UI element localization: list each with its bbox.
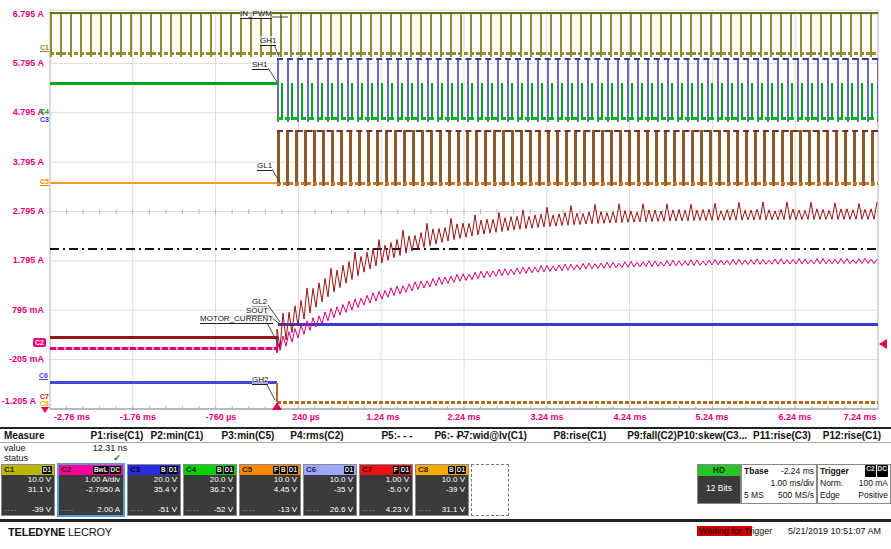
channel-box-c8[interactable]: C8BD1 10.0 V -39 V ----31.1 V [415,464,469,516]
channel-offset: -52 V [214,505,236,514]
current-ramp-traces [0,0,891,427]
trigger-level-marker-icon[interactable] [879,339,887,349]
badge-d1: D1 [168,466,178,474]
measure-status-row-label: status [4,453,28,463]
channel-value: -39 V [416,485,468,495]
empty-channel-slot[interactable] [471,464,509,516]
channel-box-c7[interactable]: C7FD1 1.00 V -5.0 V ----4.23 V [359,464,413,516]
measure-table: Measure P1:rise(C1) P2:min(C1) P3:min(C5… [0,427,891,465]
status-bar: TELEDYNE LECROY Waiting for Trigger 5/21… [0,519,891,549]
badge-d1: D1 [456,466,466,474]
trigger-time-marker-icon[interactable] [272,402,282,410]
timebase-offset: -2.24 ms [781,465,814,477]
channel-value: -5.0 V [360,485,412,495]
channel-offset: -51 V [158,505,180,514]
brand-lecroy: LECROY [68,526,112,538]
channel-id: C5 [242,465,252,475]
measure-param-p11[interactable]: P11:rise(C3) [753,430,811,441]
measure-param-p7[interactable]: P7:wid@lv(C1) [457,430,527,441]
channel-value: 35.4 V [128,485,180,495]
measure-param-p12[interactable]: P12:rise(C1) [823,430,881,441]
channel-value: -35 V [304,485,356,495]
measure-param-p4[interactable]: P4:rms(C2) [290,430,343,441]
channel-offset: -13 V [278,505,300,514]
offset-dashes: ---- [416,505,442,514]
badge-c2: C2 [865,465,875,477]
measure-param-p3[interactable]: P3:min(C5) [222,430,275,441]
channel-scale: 10.0 V [304,475,356,485]
measure-param-p10[interactable]: P10:skew(C3... [677,430,747,441]
measure-param-p1[interactable]: P1:rise(C1) [91,430,144,441]
measure-param-p8[interactable]: P8:rise(C1) [554,430,607,441]
trigger-type: Edge [820,489,858,501]
hd-bits: 12 Bits [698,476,740,500]
measure-p1-value: 12.31 ns [93,443,128,453]
channel-offset: 31.1 V [442,505,468,514]
offset-dashes: ---- [2,505,32,514]
channel-box-c4[interactable]: C4BD1 20.0 V 36.2 V -----52 V [183,464,237,516]
measure-param-p9[interactable]: P9:fall(C2) [627,430,676,441]
timebase-label: Tbase [744,465,781,477]
measure-p1-status-check-icon: ✓ [113,453,121,463]
channel-value: 36.2 V [184,485,236,495]
trigger-slope: Positive [858,489,888,501]
brand-logo: TELEDYNE LECROY [8,526,112,538]
channel-scale: 20.0 V [184,475,236,485]
badge-f: F [273,466,279,474]
offset-dashes: ---- [184,505,214,514]
label-motor-current: MOTOR_CURRENT [200,314,273,324]
measure-param-p5[interactable]: P5:- - - [381,430,412,441]
channel-box-c5[interactable]: C5FBD1 10.0 V 4.45 V -----13 V [239,464,301,516]
channel-scale: 1.00 V [360,475,412,485]
badge-d1: D1 [344,466,354,474]
trigger-mode: Norm. [820,477,859,489]
measure-param-p2[interactable]: P2:min(C1) [151,430,204,441]
hd-mode-box[interactable]: HD 12 Bits [697,464,741,504]
badge-dc: DC [110,466,121,474]
channel-value: 4.45 V [240,485,300,495]
channel-offset: 4.23 V [386,505,412,514]
acquisition-status-badge: Waiting for Trigger [697,526,774,536]
channel-box-c2[interactable]: C2BwLDC 1.00 A/div -2.7950 A ----2.00 A [57,463,125,517]
channel-box-c1[interactable]: C1D1 10.0 V 31.1 V -----39 V [1,464,55,516]
channel-offset: -39 V [32,505,54,514]
label-sh1: SH1 [252,60,268,70]
offset-dashes: ---- [128,505,158,514]
waveform-display: 6.795 A 5.795 A 4.795 A 3.795 A 2.795 A … [0,0,891,427]
channel-id: C7 [362,465,372,475]
badge-d1: D1 [288,466,298,474]
channel-box-c6[interactable]: C6D1 10.0 V -35 V ----26.6 V [303,464,357,516]
badge-b: B [280,466,287,474]
badge-dc: DC [877,465,888,477]
channel-value: 31.1 V [2,485,54,495]
channel-scale: 10.0 V [240,475,300,485]
channel-scale: 1.00 A/div [59,475,123,485]
offset-dashes: ---- [59,505,97,514]
offset-dashes: ---- [240,505,278,514]
label-gh1: GH1 [260,36,276,46]
offset-dashes: ---- [360,505,386,514]
channel-id: C8 [418,465,428,475]
badge-bwl: BwL [93,466,109,474]
channel-value: -2.7950 A [59,485,123,495]
badge-d1: D1 [42,466,52,474]
channel-id: C3 [130,465,140,475]
channel-descriptor-row: C1D1 10.0 V 31.1 V -----39 V C2BwLDC 1.0… [1,464,509,518]
offscreen-marker-icon [41,407,49,413]
channel-box-c3[interactable]: C3BD1 20.0 V 35.4 V -----51 V [127,464,181,516]
timebase-box[interactable]: Tbase-2.24 ms 1.00 ms/div 5 MS500 MS/s [741,464,817,504]
badge-b: B [216,466,223,474]
badge-d1: D1 [400,466,410,474]
trigger-box[interactable]: TriggerC2DC Norm.100 mA EdgePositive [817,464,891,504]
timebase-samples: 5 MS [744,489,778,501]
measure-value-row-label: value [4,443,26,453]
channel-id: C1 [4,465,14,475]
brand-teledyne: TELEDYNE [8,526,65,538]
label-gl1: GL1 [257,161,272,171]
channel-scale: 10.0 V [416,475,468,485]
channel-id: C6 [306,465,316,475]
hd-label: HD [698,465,740,476]
badge-f: F [393,466,399,474]
channel-scale: 10.0 V [2,475,54,485]
offset-dashes: ---- [304,505,330,514]
